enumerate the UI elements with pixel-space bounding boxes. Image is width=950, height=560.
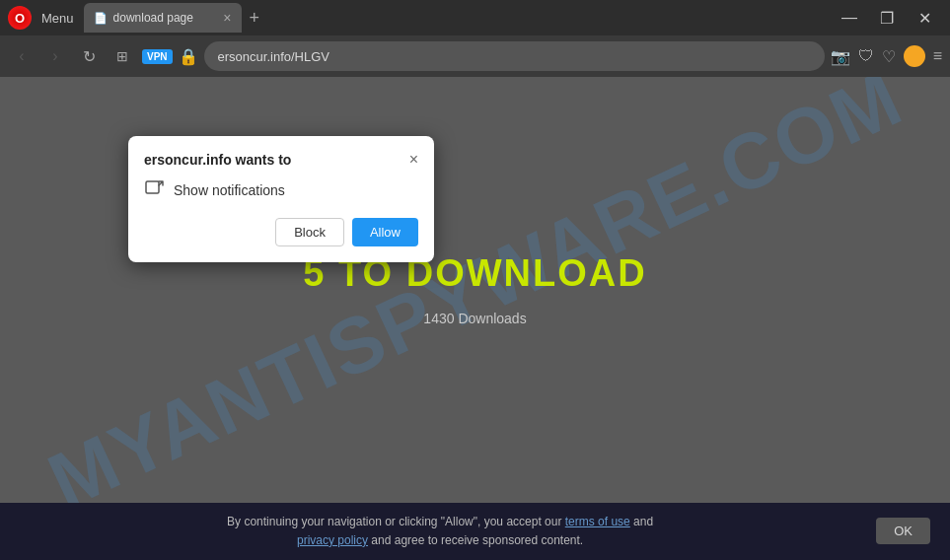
heart-icon[interactable]: ♡ [882, 47, 896, 66]
popup-notification-icon [144, 177, 164, 202]
close-icon: ✕ [918, 9, 931, 28]
window-controls: — ❐ ✕ [832, 4, 942, 32]
bottom-text-block: By continuing your navigation or clickin… [20, 513, 860, 550]
grid-button[interactable]: ⊞ [109, 42, 136, 70]
bottom-text-after: and agree to receive sponsored content. [368, 533, 583, 547]
opera-logo: O [8, 6, 32, 30]
maximize-button[interactable]: ❐ [869, 4, 905, 32]
popup-title: ersoncur.info wants to [144, 152, 291, 168]
right-icons: 📷 🛡 ♡ ≡ [831, 45, 942, 67]
forward-icon: › [52, 47, 57, 65]
grid-icon: ⊞ [116, 48, 128, 64]
minimize-icon: — [841, 9, 857, 27]
reload-button[interactable]: ↻ [75, 42, 103, 70]
forward-button[interactable]: › [41, 42, 69, 70]
popup-header: ersoncur.info wants to × [144, 152, 418, 168]
popup-close-button[interactable]: × [409, 152, 418, 168]
popup-actions: Block Allow [144, 218, 418, 246]
popup-item-label: Show notifications [174, 182, 285, 198]
downloads-count: 1430 Downloads [423, 311, 526, 326]
bottom-bar: By continuing your navigation or clickin… [0, 503, 950, 560]
privacy-policy-link[interactable]: privacy policy [297, 533, 368, 547]
avatar[interactable] [904, 45, 925, 67]
security-lock-icon: 🔒 [179, 47, 198, 66]
tab-title: download page [113, 11, 218, 25]
camera-icon[interactable]: 📷 [831, 47, 850, 66]
url-bar[interactable] [204, 41, 825, 71]
page-content: MYANTISPYWARE.COM ersoncur.info wants to… [0, 77, 950, 503]
allow-button[interactable]: Allow [352, 218, 418, 246]
popup-item: Show notifications [144, 177, 418, 202]
block-button[interactable]: Block [275, 218, 344, 246]
back-icon: ‹ [19, 47, 24, 65]
hamburger-icon[interactable]: ≡ [933, 47, 942, 65]
bottom-text-before: By continuing your navigation or clickin… [227, 515, 565, 528]
notification-popup: ersoncur.info wants to × Show notificati… [128, 136, 434, 262]
active-tab[interactable]: 📄 download page × [84, 3, 242, 33]
close-button[interactable]: ✕ [907, 4, 942, 32]
nav-bar: ‹ › ↻ ⊞ VPN 🔒 📷 🛡 ♡ ≡ [0, 35, 950, 77]
title-bar: O Menu 📄 download page × + — ❐ ✕ [0, 0, 950, 35]
maximize-icon: ❐ [880, 9, 894, 28]
vpn-badge[interactable]: VPN [142, 49, 173, 64]
bottom-text-middle: and [630, 515, 653, 528]
svg-rect-0 [146, 181, 159, 193]
terms-of-use-link[interactable]: terms of use [565, 515, 630, 528]
new-tab-button[interactable]: + [244, 8, 266, 29]
tab-favicon: 📄 [94, 12, 108, 25]
tab-close-button[interactable]: × [223, 10, 231, 26]
ok-button[interactable]: OK [876, 518, 930, 544]
minimize-button[interactable]: — [832, 4, 867, 32]
back-button[interactable]: ‹ [8, 42, 36, 70]
reload-icon: ↻ [83, 47, 96, 66]
menu-button[interactable]: Menu [36, 9, 80, 28]
browser-frame: O Menu 📄 download page × + — ❐ ✕ ‹ [0, 0, 950, 560]
shield-icon[interactable]: 🛡 [858, 47, 874, 65]
tab-bar: 📄 download page × + [84, 3, 828, 33]
bottom-bar-inner: By continuing your navigation or clickin… [20, 513, 930, 550]
